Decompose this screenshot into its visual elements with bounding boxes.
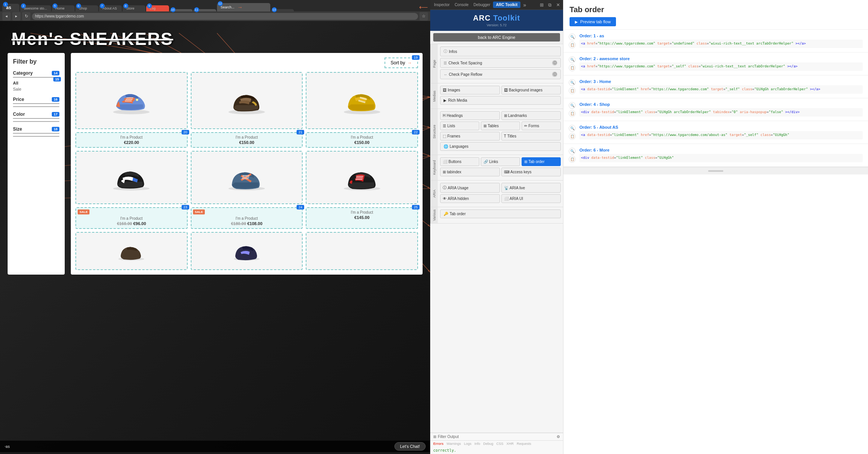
arc-check-reflow-btn[interactable]: ↔ Check Page Reflow ⓘ bbox=[440, 69, 561, 79]
preview-tab-flow-btn[interactable]: ▶ Preview tab flow bbox=[570, 17, 616, 26]
product-card-shoe9[interactable] bbox=[306, 232, 418, 270]
sale-card-2[interactable]: SALE I'm a Product €180.00€108.00 24 bbox=[191, 207, 303, 229]
arc-aria-live-btn[interactable]: 📡 ARIA live bbox=[501, 183, 561, 193]
filter-sale[interactable]: Sale bbox=[13, 86, 59, 92]
console-tab-logs[interactable]: Logs bbox=[464, 442, 472, 446]
sale-card-1[interactable]: SALE I'm a Product €160.00€96.00 23 bbox=[75, 207, 188, 229]
arc-access-keys-btn[interactable]: ⌨ Access keys bbox=[501, 168, 561, 176]
search-item-3-btn[interactable]: 🔍 bbox=[569, 79, 576, 86]
arc-settings-icon[interactable]: ⚙ bbox=[557, 435, 560, 439]
product-card-shoe2[interactable] bbox=[191, 72, 303, 129]
tab-13[interactable]: 13 bbox=[271, 9, 294, 11]
search-item-4-btn[interactable]: 🔍 bbox=[569, 102, 576, 109]
arc-ids-btn[interactable]: 🔑 Tab order bbox=[440, 209, 561, 218]
search-item-6-btn[interactable]: 🔍 bbox=[569, 148, 576, 155]
arc-tabindex-btn[interactable]: ⊞ tabindex bbox=[440, 168, 500, 176]
chat-button[interactable]: Let's Chat! bbox=[394, 442, 426, 451]
devtools-tab-inspector[interactable]: Inspector bbox=[432, 2, 452, 8]
info-icon: ⓘ bbox=[444, 49, 447, 54]
arc-languages-btn[interactable]: 🌐 Languages bbox=[440, 142, 561, 151]
copy-item-4-btn[interactable]: 📋 bbox=[569, 110, 576, 117]
tab-store[interactable]: 8 Store bbox=[123, 5, 145, 11]
devtools-close-icon[interactable]: ✕ bbox=[555, 2, 562, 8]
tab-2[interactable]: 2 awesome sto... bbox=[20, 5, 51, 11]
product-price-card-1[interactable]: I'm a Product €220.00 20 bbox=[75, 132, 188, 148]
arc-aria-ui-btn[interactable]: ⬜ ARIA UI bbox=[501, 194, 561, 203]
product-card-shoe8[interactable] bbox=[191, 232, 303, 270]
arc-titles-btn[interactable]: T Titles bbox=[501, 132, 561, 141]
filter-price[interactable]: Price 16 bbox=[13, 97, 59, 107]
console-tab-debug[interactable]: Debug bbox=[483, 442, 493, 446]
tab-log[interactable]: 9 Log bbox=[146, 5, 169, 11]
copy-item-2-btn[interactable]: 📋 bbox=[569, 64, 576, 71]
search-item-2-btn[interactable]: 🔍 bbox=[569, 56, 576, 63]
back-button[interactable]: ◂ bbox=[2, 12, 11, 21]
product-price-card-3[interactable]: I'm a Product €150.00 22 bbox=[306, 132, 418, 148]
arc-tables-btn[interactable]: ⊞ Tables bbox=[481, 121, 520, 130]
devtools-tab-debugger[interactable]: Debugger bbox=[471, 2, 493, 8]
arc-forms-btn[interactable]: ✏ Forms bbox=[522, 121, 561, 130]
arc-filter-icon[interactable]: ⊞ bbox=[433, 435, 436, 439]
filter-category[interactable]: Category 14 All 15 Sale bbox=[13, 70, 59, 92]
tab-search[interactable]: 12 Search... → bbox=[217, 3, 270, 11]
product-card-shoe4[interactable] bbox=[75, 151, 188, 204]
arc-aria-hidden-btn[interactable]: 👁 ARIA hidden bbox=[440, 194, 500, 203]
copy-item-6-btn[interactable]: 📋 bbox=[569, 156, 576, 163]
arc-aria-usage-btn[interactable]: ⓘ ARIA Usage bbox=[440, 183, 500, 193]
arc-landmarks-btn[interactable]: ⊞ Landmarks bbox=[501, 111, 561, 120]
console-tab-css[interactable]: CSS bbox=[496, 442, 504, 446]
arc-rich-media-btn[interactable]: ▶ Rich Media bbox=[440, 96, 561, 105]
devtools-undock-icon[interactable]: ⧉ bbox=[547, 2, 553, 8]
tab-10[interactable]: 10 bbox=[170, 9, 193, 11]
product-price-card-2[interactable]: I'm a Product €150.00 21 bbox=[191, 132, 303, 148]
url-input[interactable] bbox=[32, 13, 418, 20]
search-item-5-btn[interactable]: 🔍 bbox=[569, 125, 576, 132]
refresh-button[interactable]: ↻ bbox=[22, 12, 30, 21]
console-tab-warnings[interactable]: Warnings bbox=[447, 442, 461, 446]
sort-button[interactable]: Sort by → 19 bbox=[385, 58, 418, 68]
tab-11[interactable]: 11 bbox=[193, 9, 216, 11]
forward-button[interactable]: ▸ bbox=[12, 12, 21, 21]
product-card-shoe7[interactable] bbox=[75, 232, 188, 270]
console-tab-requests[interactable]: Requests bbox=[517, 442, 531, 446]
product-price-card-6[interactable]: I'm a Product €145.00 25 bbox=[306, 207, 418, 229]
devtools-tab-console[interactable]: Console bbox=[452, 2, 471, 8]
tab-search-label: Search... bbox=[221, 5, 235, 9]
product-card-shoe5[interactable] bbox=[191, 151, 303, 204]
product-card-shoe1[interactable] bbox=[75, 72, 188, 129]
arc-check-text-spacing-btn[interactable]: ☰ Check Text Spacing ⓘ bbox=[440, 58, 561, 68]
arc-buttons-btn[interactable]: ⬜ Buttons bbox=[440, 157, 479, 166]
copy-item-3-btn[interactable]: 📋 bbox=[569, 87, 576, 94]
arc-back-btn[interactable]: back to ARC Engine bbox=[433, 33, 560, 42]
arc-headings-btn[interactable]: H Headings bbox=[440, 111, 500, 120]
arc-tab-order-btn[interactable]: ⊞ Tab order bbox=[522, 157, 561, 166]
arc-frames-btn[interactable]: ⬚ Frames bbox=[440, 132, 500, 141]
filter-size[interactable]: Size 18 bbox=[13, 126, 59, 137]
tab-home[interactable]: 5 Home bbox=[52, 5, 75, 11]
tab-about[interactable]: 7 About AS bbox=[99, 5, 122, 11]
arc-scroll-area[interactable]: Page ⓘ Infos ☰ Check Text Spacing ⓘ ↔ bbox=[430, 44, 563, 433]
filter-all[interactable]: All 15 bbox=[13, 80, 59, 86]
search-item-1-btn[interactable]: 🔍 bbox=[569, 34, 576, 40]
arc-links-btn[interactable]: 🔗 Links bbox=[481, 157, 520, 166]
devtools-tab-arc[interactable]: ARC Toolkit bbox=[493, 2, 520, 8]
arc-images-btn[interactable]: 🖼 Images bbox=[440, 86, 500, 94]
devtools-dock-icon[interactable]: ⊞ bbox=[538, 2, 545, 8]
bookmark-button[interactable]: ☆ bbox=[420, 12, 428, 21]
console-tab-info[interactable]: Info bbox=[474, 442, 480, 446]
copy-item-5-btn[interactable]: 📋 bbox=[569, 133, 576, 140]
tab-2-badge: 2 bbox=[21, 3, 26, 8]
arc-lists-btn[interactable]: ☰ Lists bbox=[440, 121, 479, 130]
product-card-shoe6[interactable] bbox=[306, 151, 418, 204]
devtools-more-tabs-icon[interactable]: » bbox=[522, 2, 528, 8]
tab-shop[interactable]: 6 Shop bbox=[75, 5, 98, 11]
tab-1[interactable]: 1 as bbox=[2, 4, 19, 11]
console-tab-errors[interactable]: Errors bbox=[433, 442, 444, 446]
copy-item-1-btn[interactable]: 📋 bbox=[569, 42, 576, 48]
console-tab-xhr[interactable]: XHR bbox=[506, 442, 514, 446]
arc-bg-images-btn[interactable]: 🖼 Background images bbox=[501, 86, 561, 94]
product-card-shoe3[interactable] bbox=[306, 72, 418, 129]
arc-infos-btn[interactable]: ⓘ Infos bbox=[440, 46, 561, 56]
tab-order-list[interactable]: 🔍 📋 Order: 1 - as <a href="https://www.t… bbox=[563, 30, 868, 454]
filter-color[interactable]: Color 17 bbox=[13, 112, 59, 122]
